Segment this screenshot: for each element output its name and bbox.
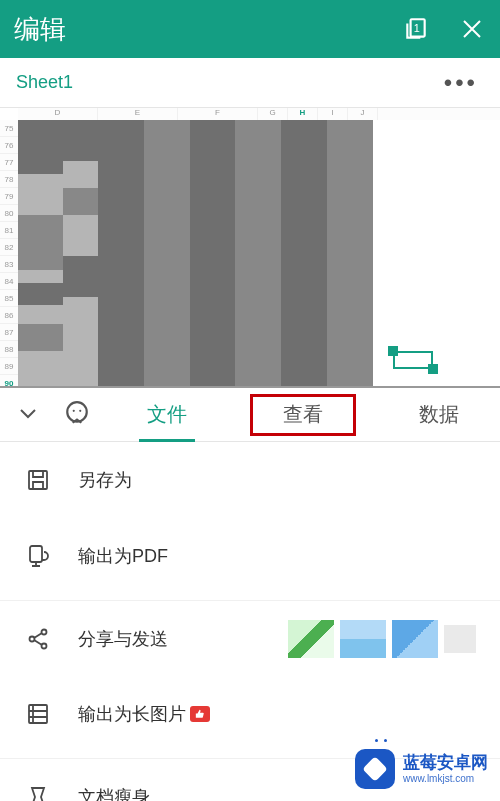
file-panel: 另存为 输出为PDF 分享与发送 输出为长图片 文档瘦身 bbox=[0, 442, 500, 801]
item-share[interactable]: 分享与发送 bbox=[0, 600, 500, 676]
watermark-url: www.lmkjst.com bbox=[403, 773, 488, 785]
col-header[interactable]: E bbox=[98, 108, 178, 120]
row-header[interactable]: 76 bbox=[0, 137, 18, 154]
item-label: 输出为PDF bbox=[78, 544, 168, 568]
col-header[interactable]: I bbox=[318, 108, 348, 120]
svg-rect-5 bbox=[29, 471, 47, 489]
watermark-name: 蓝莓安卓网 bbox=[403, 753, 488, 773]
row-header[interactable]: 81 bbox=[0, 222, 18, 239]
item-label: 分享与发送 bbox=[78, 627, 168, 651]
svg-rect-10 bbox=[29, 705, 47, 723]
row-header[interactable]: 89 bbox=[0, 358, 18, 375]
copy-icon[interactable]: 1 bbox=[402, 15, 430, 43]
close-icon[interactable] bbox=[458, 15, 486, 43]
svg-point-4 bbox=[79, 409, 81, 411]
svg-text:1: 1 bbox=[414, 22, 420, 34]
blurred-data-region bbox=[18, 120, 373, 388]
watermark: 蓝莓安卓网 www.lmkjst.com bbox=[355, 749, 488, 789]
sheet-tab[interactable]: Sheet1 bbox=[16, 72, 444, 93]
col-header[interactable]: G bbox=[258, 108, 288, 120]
sheet-tab-bar: Sheet1 ••• bbox=[0, 58, 500, 108]
item-export-pdf[interactable]: 输出为PDF bbox=[0, 518, 500, 594]
save-icon bbox=[24, 466, 52, 494]
row-header[interactable]: 88 bbox=[0, 341, 18, 358]
share-icon bbox=[24, 625, 52, 653]
slim-icon bbox=[24, 783, 52, 802]
toolbar-tabs: 文件 查看 数据 bbox=[0, 388, 500, 442]
tab-file[interactable]: 文件 bbox=[129, 388, 205, 441]
pdf-icon bbox=[24, 542, 52, 570]
row-header[interactable]: 78 bbox=[0, 171, 18, 188]
tab-view[interactable]: 查看 bbox=[250, 394, 356, 436]
share-thumbnails bbox=[288, 620, 476, 658]
thumb-up-badge bbox=[190, 706, 210, 722]
row-header[interactable]: 83 bbox=[0, 256, 18, 273]
app-header: 编辑 1 bbox=[0, 0, 500, 58]
item-label: 输出为长图片 bbox=[78, 702, 186, 726]
row-header[interactable]: 82 bbox=[0, 239, 18, 256]
col-header[interactable]: D bbox=[18, 108, 98, 120]
spreadsheet-area[interactable]: D E F G H I J 75 76 77 78 79 80 81 82 83… bbox=[0, 108, 500, 388]
svg-point-3 bbox=[73, 409, 75, 411]
watermark-logo bbox=[355, 749, 395, 789]
tab-data[interactable]: 数据 bbox=[401, 388, 477, 441]
col-header[interactable]: F bbox=[178, 108, 258, 120]
item-label: 文档瘦身 bbox=[78, 785, 150, 802]
row-header[interactable]: 80 bbox=[0, 205, 18, 222]
header-title: 编辑 bbox=[14, 12, 402, 47]
assistant-icon[interactable] bbox=[64, 400, 90, 430]
row-header-active[interactable]: 90 bbox=[0, 375, 18, 388]
column-headers: D E F G H I J bbox=[18, 108, 500, 120]
row-header[interactable]: 85 bbox=[0, 290, 18, 307]
col-header-active[interactable]: H bbox=[288, 108, 318, 120]
collapse-icon[interactable] bbox=[16, 401, 40, 429]
item-export-image[interactable]: 输出为长图片 bbox=[0, 676, 500, 752]
row-headers: 75 76 77 78 79 80 81 82 83 84 85 86 87 8… bbox=[0, 120, 18, 388]
row-header[interactable]: 77 bbox=[0, 154, 18, 171]
col-header[interactable]: J bbox=[348, 108, 378, 120]
header-actions: 1 bbox=[402, 15, 486, 43]
row-header[interactable]: 75 bbox=[0, 120, 18, 137]
more-icon[interactable]: ••• bbox=[444, 69, 484, 97]
svg-rect-6 bbox=[30, 546, 42, 562]
row-header[interactable]: 87 bbox=[0, 324, 18, 341]
row-header[interactable]: 86 bbox=[0, 307, 18, 324]
image-export-icon bbox=[24, 700, 52, 728]
item-label: 另存为 bbox=[78, 468, 132, 492]
row-header[interactable]: 84 bbox=[0, 273, 18, 290]
item-save-as[interactable]: 另存为 bbox=[0, 442, 500, 518]
row-header[interactable]: 79 bbox=[0, 188, 18, 205]
